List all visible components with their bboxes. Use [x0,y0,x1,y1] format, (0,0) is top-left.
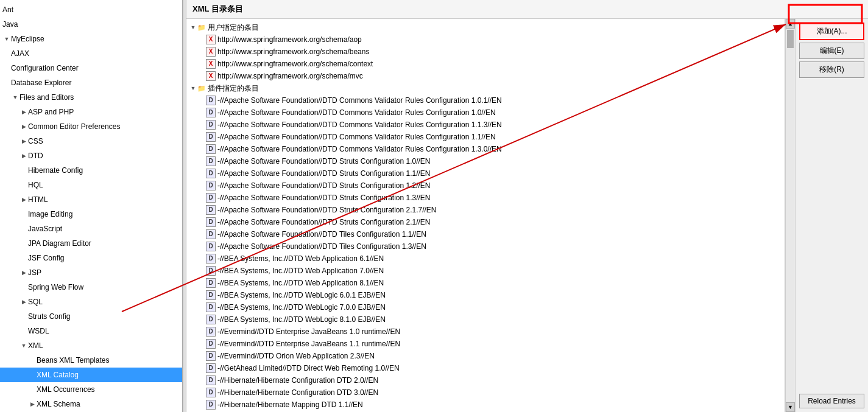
xml-url-icon: X [206,47,216,57]
plugin-entry-6[interactable]: D-//Apache Software Foundation//DTD Stru… [186,167,785,180]
sidebar-item-spring[interactable]: Spring Web Flow [0,280,182,295]
sidebar-item-html[interactable]: ▶ HTML [0,192,182,207]
sidebar-item-common-editor[interactable]: ▶ Common Editor Preferences [0,119,182,134]
plugin-entry-20[interactable]: D-//Evermind//DTD Enterprise JavaBeans 1… [186,338,785,350]
dtd-icon: D [206,229,216,239]
sidebar-item-java[interactable]: Java [0,17,182,32]
sidebar-item-xml-occurrences[interactable]: XML Occurrences [0,382,182,397]
sidebar-item-myeclipse[interactable]: ▼ MyEclipse [0,32,182,46]
xml-url-icon: X [206,35,216,44]
xml-url-icon: X [206,71,216,81]
dtd-icon: D [206,388,216,397]
user-entry-beans[interactable]: X http://www.springframework.org/schema/… [186,46,785,58]
scrollbar[interactable]: ▲ ▼ [785,19,795,412]
sidebar-item-files-editors[interactable]: ▼ Files and Editors [0,90,182,105]
plugin-entry-17[interactable]: D-//BEA Systems, Inc.//DTD WebLogic 7.0.… [186,301,785,313]
plugin-entry-0[interactable]: D-//Apache Software Foundation//DTD Comm… [186,94,785,106]
plugin-entry-18[interactable]: D-//BEA Systems, Inc.//DTD WebLogic 8.1.… [186,313,785,326]
dtd-icon: D [206,181,216,190]
sidebar-item-dtd[interactable]: ▶ DTD [0,148,182,163]
plugin-entries-container: D-//Apache Software Foundation//DTD Comm… [186,94,785,412]
add-button[interactable]: 添加(A)... [799,23,864,40]
scroll-down[interactable]: ▼ [786,402,795,412]
dtd-icon: D [206,254,216,264]
plugin-entry-23[interactable]: D-//Hibernate/Hibernate Configuration DT… [186,374,785,386]
xml-url-icon: X [206,59,216,69]
plugin-entry-9[interactable]: D-//Apache Software Foundation//DTD Stru… [186,204,785,216]
sidebar-item-hql[interactable]: HQL [0,178,182,192]
reload-button[interactable]: Reload Entries [799,394,864,408]
sidebar-item-db-explorer[interactable]: Database Explorer [0,75,182,90]
plugin-entry-5[interactable]: D-//Apache Software Foundation//DTD Stru… [186,155,785,167]
plugin-entry-15[interactable]: D-//BEA Systems, Inc.//DTD Web Applicati… [186,277,785,289]
plugin-entries-label: 插件指定的条目 [208,83,259,94]
dtd-icon: D [206,132,216,142]
scroll-track[interactable] [786,29,795,402]
plugin-entry-13[interactable]: D-//BEA Systems, Inc.//DTD Web Applicati… [186,253,785,265]
scroll-thumb[interactable] [787,30,794,48]
user-entries-label: 用户指定的条目 [208,22,259,33]
plugin-entry-4[interactable]: D-//Apache Software Foundation//DTD Comm… [186,143,785,155]
sidebar-item-wsdl[interactable]: WSDL [0,324,182,338]
sidebar-item-javascript[interactable]: JavaScript [0,222,182,236]
dtd-icon: D [206,108,216,117]
sidebar-item-xml-catalog[interactable]: XML Catalog [0,368,182,382]
plugin-entry-16[interactable]: D-//BEA Systems, Inc.//DTD WebLogic 6.0.… [186,289,785,301]
plugin-entry-19[interactable]: D-//Evermind//DTD Enterprise JavaBeans 1… [186,326,785,338]
dtd-icon: D [206,144,216,154]
sidebar-item-xml-schema[interactable]: ▶ XML Schema [0,397,182,411]
sidebar-item-jpa[interactable]: JPA Diagram Editor [0,236,182,251]
dtd-icon: D [206,302,216,312]
dtd-icon: D [206,339,216,349]
dtd-icon: D [206,169,216,178]
dtd-icon: D [206,193,216,203]
plugin-entry-21[interactable]: D-//Evermind//DTD Orion Web Application … [186,350,785,362]
plugin-entry-12[interactable]: D-//Apache Software Foundation//DTD Tile… [186,240,785,253]
plugin-entry-3[interactable]: D-//Apache Software Foundation//DTD Comm… [186,131,785,143]
plugin-entry-1[interactable]: D-//Apache Software Foundation//DTD Comm… [186,106,785,119]
dtd-icon: D [206,315,216,324]
sidebar-item-ajax[interactable]: AJAX [0,46,182,61]
sidebar-item-jsp[interactable]: ▶ JSP [0,265,182,280]
plugin-entry-14[interactable]: D-//BEA Systems, Inc.//DTD Web Applicati… [186,265,785,277]
dtd-icon: D [206,242,216,251]
sidebar-item-struts[interactable]: Struts Config [0,309,182,324]
user-entry-context[interactable]: X http://www.springframework.org/schema/… [186,58,785,70]
dtd-icon: D [206,278,216,288]
plugin-entry-11[interactable]: D-//Apache Software Foundation//DTD Tile… [186,228,785,240]
dtd-icon: D [206,120,216,130]
sidebar-item-ant[interactable]: Ant [0,2,182,17]
plugin-entry-7[interactable]: D-//Apache Software Foundation//DTD Stru… [186,180,785,192]
plugin-entries-header[interactable]: ▼ 📁 插件指定的条目 [186,82,785,94]
dtd-icon: D [206,205,216,215]
plugin-entry-24[interactable]: D-//Hibernate/Hibernate Configuration DT… [186,386,785,399]
plugin-entry-25[interactable]: D-//Hibernate/Hibernate Mapping DTD 1.1/… [186,399,785,411]
plugin-entry-10[interactable]: D-//Apache Software Foundation//DTD Stru… [186,216,785,228]
folder-icon: 📁 [197,84,206,93]
user-entry-mvc[interactable]: X http://www.springframework.org/schema/… [186,70,785,82]
edit-button[interactable]: 编辑(E) [799,43,864,59]
user-entries-header[interactable]: ▼ 📁 用户指定的条目 [186,21,785,33]
sidebar-item-beans-xml[interactable]: Beans XML Templates [0,353,182,368]
sidebar-item-config-center[interactable]: Configuration Center [0,61,182,75]
sidebar-item-sql[interactable]: ▶ SQL [0,295,182,309]
main-content: XML 目录条目 ▼ 📁 用户指定的条目 X http://www.spring… [186,0,868,412]
sidebar-item-jsf[interactable]: JSF Config [0,251,182,265]
sidebar-item-hibernate-config[interactable]: Hibernate Config [0,163,182,178]
scroll-up[interactable]: ▲ [786,19,795,29]
plugin-entry-8[interactable]: D-//Apache Software Foundation//DTD Stru… [186,192,785,204]
sidebar-item-css[interactable]: ▶ CSS [0,134,182,148]
sidebar-item-image-editing[interactable]: Image Editing [0,207,182,222]
sidebar-item-xml[interactable]: ▼ XML [0,338,182,353]
remove-button[interactable]: 移除(R) [799,61,864,78]
sidebar-item-asp-php[interactable]: ▶ ASP and PHP [0,105,182,119]
dtd-icon: D [206,351,216,361]
dtd-icon: D [206,375,216,385]
button-panel: 添加(A)... 编辑(E) 移除(R) Reload Entries [795,19,868,412]
dtd-icon: D [206,327,216,337]
plugin-entry-22[interactable]: D-//GetAhead Limited//DTD Direct Web Rem… [186,362,785,374]
dtd-icon: D [206,400,216,410]
dtd-icon: D [206,290,216,300]
user-entry-aop[interactable]: X http://www.springframework.org/schema/… [186,33,785,46]
plugin-entry-2[interactable]: D-//Apache Software Foundation//DTD Comm… [186,119,785,131]
